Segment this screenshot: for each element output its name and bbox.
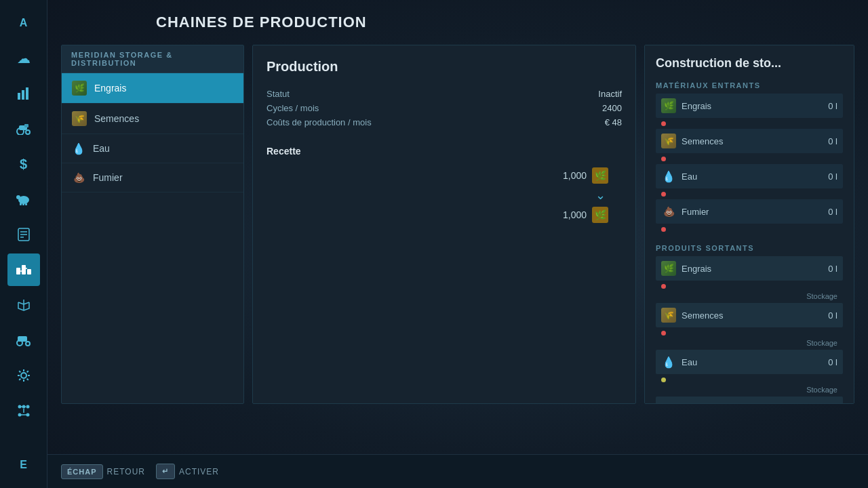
- sidebar-item-a[interactable]: A: [7, 7, 40, 39]
- outgoing-engrais-value: 0 l: [828, 264, 837, 274]
- outgoing-semences-label: Semences: [682, 310, 723, 321]
- incoming-engrais: 🌿 Engrais 0 l: [656, 94, 843, 118]
- engrais-label: Engrais: [94, 83, 126, 94]
- engrais-icon: 🌿: [71, 80, 87, 96]
- weather-icon: ☁: [17, 50, 31, 66]
- echap-button[interactable]: ÉCHAP RETOUR: [61, 464, 145, 479]
- sidebar-item-e[interactable]: E: [7, 449, 40, 481]
- incoming-semences-left: 🌾 Semences: [661, 134, 723, 148]
- incoming-engrais-dot-row: [656, 120, 843, 129]
- outgoing-semences-dot-row: [656, 329, 843, 338]
- svg-rect-16: [16, 268, 20, 274]
- sidebar-item-network[interactable]: [7, 394, 40, 427]
- stat-couts: Coûts de production / mois € 48: [267, 115, 622, 129]
- production-item-eau[interactable]: 💧 Eau: [62, 134, 243, 163]
- outgoing-eau-label: Eau: [682, 357, 697, 367]
- eau-icon: 💧: [71, 141, 86, 156]
- outgoing-fumier-icon: 💩: [661, 401, 676, 404]
- outgoing-semences-icon: 🌾: [661, 308, 676, 323]
- outgoing-eau-stockage: Stockage: [656, 385, 843, 396]
- sidebar-item-statistics[interactable]: [7, 77, 40, 110]
- sidebar-item-production[interactable]: [7, 253, 40, 286]
- outgoing-eau-left: 💧 Eau: [661, 354, 697, 369]
- stat-couts-label: Coûts de production / mois: [267, 117, 372, 127]
- eau-label: Eau: [93, 143, 110, 154]
- sidebar-item-workers[interactable]: [7, 324, 40, 357]
- incoming-semences-value: 0 l: [828, 136, 837, 146]
- outgoing-semences-value: 0 l: [828, 310, 837, 321]
- stat-cycles-label: Cycles / mois: [267, 103, 319, 113]
- outgoing-fumier: 💩 Fumier 0 l: [656, 396, 843, 404]
- bottom-bar: ÉCHAP RETOUR ↵ ACTIVER: [47, 454, 868, 488]
- sidebar-item-animals[interactable]: [7, 183, 40, 216]
- incoming-fumier-icon: 💩: [661, 204, 676, 219]
- retour-label: RETOUR: [107, 467, 145, 476]
- a-icon: A: [20, 17, 28, 29]
- panel-header: MERIDIAN STORAGE & DISTRIBUTION: [62, 45, 243, 73]
- outgoing-eau-value: 0 l: [828, 357, 837, 367]
- content-row: MERIDIAN STORAGE & DISTRIBUTION 🌿 Engrai…: [61, 45, 854, 404]
- recipe-output-amount: 1,000: [563, 209, 587, 220]
- production-item-engrais[interactable]: 🌿 Engrais: [62, 73, 243, 104]
- incoming-semences-icon: 🌾: [661, 134, 676, 148]
- svg-rect-11: [25, 203, 27, 205]
- sidebar-item-settings[interactable]: [7, 359, 40, 392]
- svg-point-22: [21, 373, 26, 378]
- incoming-label: MATÉRIAUX ENTRANTS: [656, 81, 843, 89]
- activer-button[interactable]: ↵ ACTIVER: [156, 464, 219, 479]
- production-item-fumier[interactable]: 💩 Fumier: [62, 163, 243, 192]
- incoming-engrais-value: 0 l: [828, 101, 837, 111]
- right-panel: Construction de sto... MATÉRIAUX ENTRANT…: [644, 45, 854, 404]
- production-icon: [16, 264, 32, 276]
- stat-couts-value: € 48: [605, 117, 622, 127]
- sidebar-item-vehicles[interactable]: [7, 113, 40, 145]
- svg-point-24: [26, 413, 29, 417]
- outgoing-engrais-dot: [661, 284, 666, 289]
- stat-cycles: Cycles / mois 2400: [267, 101, 622, 115]
- sidebar-item-contracts[interactable]: [7, 218, 40, 251]
- chart-icon: [16, 86, 31, 101]
- outgoing-fumier-label: Fumier: [682, 404, 709, 405]
- stat-statut-label: Statut: [267, 89, 290, 99]
- network-icon: [16, 403, 31, 418]
- stat-statut-value: Inactif: [598, 89, 622, 99]
- incoming-eau-left: 💧 Eau: [661, 169, 697, 184]
- incoming-semences: 🌾 Semences 0 l: [656, 129, 843, 153]
- svg-point-20: [26, 342, 30, 346]
- svg-point-26: [18, 405, 21, 409]
- outgoing-fumier-left: 💩 Fumier: [661, 401, 709, 404]
- production-item-semences[interactable]: 🌾 Semences: [62, 104, 243, 134]
- outgoing-eau-dot-row: [656, 376, 843, 385]
- svg-point-8: [16, 195, 20, 199]
- svg-rect-21: [18, 336, 27, 342]
- svg-rect-9: [20, 203, 22, 205]
- sidebar: A ☁ $: [0, 0, 47, 488]
- outgoing-eau: 💧 Eau 0 l: [656, 350, 843, 374]
- semences-icon: 🌾: [71, 110, 87, 127]
- outgoing-semences-stockage: Stockage: [656, 338, 843, 350]
- outgoing-fumier-value: 0 l: [828, 404, 837, 405]
- incoming-engrais-dot: [661, 121, 666, 126]
- outgoing-engrais-stockage: Stockage: [656, 291, 843, 303]
- enter-key: ↵: [156, 464, 175, 479]
- recipe-output-item: 1,000 🌿: [563, 207, 608, 223]
- incoming-fumier-dot-row: [656, 226, 843, 235]
- coin-icon: $: [20, 157, 27, 172]
- sidebar-item-map[interactable]: [7, 289, 40, 321]
- svg-rect-18: [27, 269, 31, 274]
- incoming-semences-dot: [661, 157, 666, 161]
- outgoing-engrais-dot-row: [656, 283, 843, 291]
- incoming-engrais-icon: 🌿: [661, 98, 676, 113]
- incoming-eau-dot-row: [656, 190, 843, 199]
- outgoing-semences: 🌾 Semences 0 l: [656, 303, 843, 327]
- incoming-eau-dot: [661, 192, 666, 197]
- sidebar-item-weather[interactable]: ☁: [7, 42, 40, 75]
- incoming-fumier: 💩 Fumier 0 l: [656, 199, 843, 224]
- sidebar-item-economy[interactable]: $: [7, 148, 40, 180]
- svg-point-4: [26, 130, 30, 134]
- incoming-eau-label: Eau: [682, 171, 697, 182]
- fumier-label: Fumier: [93, 172, 123, 183]
- echap-key: ÉCHAP: [61, 464, 103, 479]
- outgoing-eau-icon: 💧: [661, 354, 676, 369]
- stat-statut: Statut Inactif: [267, 87, 622, 101]
